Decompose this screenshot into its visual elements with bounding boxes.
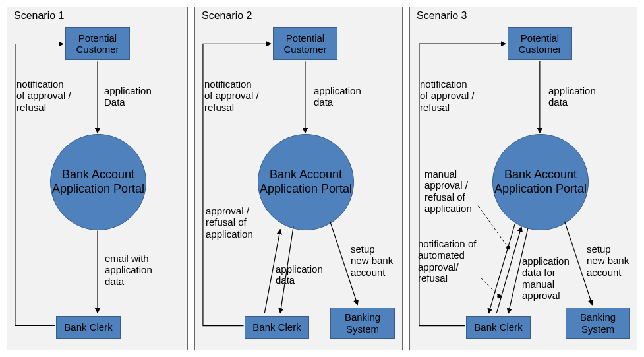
label-appdata: application Data <box>104 85 152 108</box>
svg-line-9 <box>496 227 521 313</box>
portal-circle: Bank Account Application Portal <box>492 134 589 230</box>
clerk-box: Bank Clerk <box>466 316 531 339</box>
label-email: email with application data <box>105 253 152 287</box>
system-box: Banking System <box>566 308 630 339</box>
label-notification: notification of approval / refusal <box>204 79 259 113</box>
svg-point-14 <box>497 294 501 298</box>
scenario-1: Scenario 1 Potential Customer Bank Accou… <box>7 7 188 350</box>
scenario-3-title: Scenario 3 <box>417 10 467 22</box>
customer-box: Potential Customer <box>273 27 337 60</box>
label-notification: notification of approval / refusal <box>420 79 475 113</box>
customer-box: Potential Customer <box>508 27 572 60</box>
svg-point-12 <box>506 245 510 249</box>
label-setup: setup new bank account <box>587 243 629 278</box>
diagram-container: Scenario 1 Potential Customer Bank Accou… <box>7 7 637 350</box>
clerk-box: Bank Clerk <box>56 316 121 339</box>
scenario-2: Scenario 2 Potential Customer Bank Accou… <box>194 7 403 350</box>
label-autonotif: notification of automated approval/ refu… <box>418 238 476 284</box>
label-setup: setup new bank account <box>351 243 393 278</box>
label-appdata: application data <box>314 85 361 108</box>
label-approval: approval / refusal of application <box>206 205 253 240</box>
portal-circle: Bank Account Application Portal <box>50 134 146 230</box>
label-appdata: application data <box>548 85 596 108</box>
system-box: Banking System <box>330 308 395 339</box>
scenario-1-title: Scenario 1 <box>14 10 65 22</box>
svg-line-13 <box>481 278 499 296</box>
portal-circle: Bank Account Application Portal <box>258 134 354 230</box>
label-manual: manual approval / refusal of application <box>424 168 472 214</box>
label-appmanual: application data for manual approval <box>522 255 570 301</box>
svg-line-7 <box>488 224 515 313</box>
scenario-3: Scenario 3 Potential Customer Bank Accou… <box>409 7 637 350</box>
label-appdata2: application data <box>276 263 323 286</box>
clerk-box: Bank Clerk <box>245 316 309 339</box>
label-notification: notification of approval / refusal <box>16 79 71 113</box>
customer-box: Potential Customer <box>65 27 130 60</box>
scenario-2-title: Scenario 2 <box>202 10 252 22</box>
